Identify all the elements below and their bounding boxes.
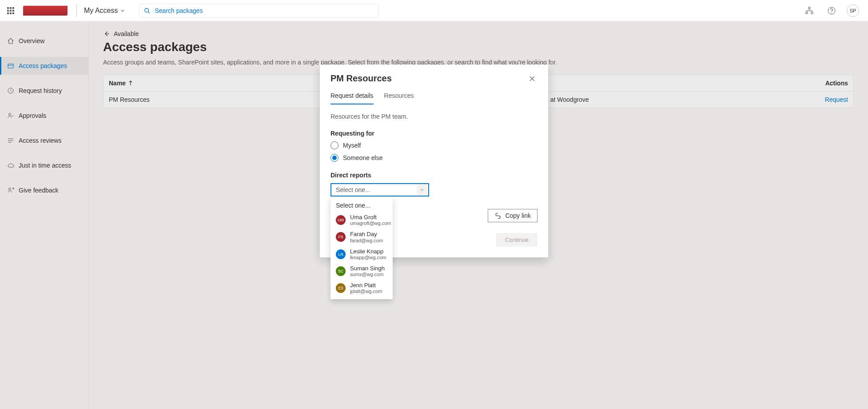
svg-line-1: [148, 12, 150, 13]
direct-reports-combobox[interactable]: Select one...: [330, 183, 429, 196]
svg-rect-2: [808, 7, 810, 9]
search-icon: [144, 8, 150, 14]
person-email: jplatt@wg.com: [350, 289, 382, 294]
person-name: Jenn Platt: [350, 282, 382, 289]
top-right-actions: SP: [802, 4, 864, 18]
app-title-label: My Access: [84, 7, 118, 15]
copy-link-label: Copy link: [505, 212, 531, 219]
dropdown-person-option[interactable]: FS Farah Day farad@wg.com: [330, 229, 393, 245]
chevron-down-icon: [417, 184, 427, 195]
divider: [76, 4, 77, 17]
top-bar: My Access SP: [0, 0, 868, 21]
svg-point-5: [828, 7, 835, 14]
combo-placeholder: Select one...: [336, 186, 370, 193]
svg-point-0: [145, 8, 149, 12]
person-email: lknapp@wg.com: [350, 255, 386, 260]
persona-coin: UM: [336, 215, 346, 225]
avatar-initials: SP: [850, 8, 856, 13]
svg-rect-4: [811, 12, 813, 14]
app-launcher-button[interactable]: [4, 4, 18, 18]
modal-title: PM Resources: [330, 73, 392, 84]
person-email: umagroft@wg.com: [350, 221, 391, 226]
persona-coin: E3: [336, 283, 346, 293]
person-email: sums@wg.com: [350, 272, 385, 277]
radio-myself[interactable]: Myself: [330, 141, 538, 149]
waffle-icon: [7, 7, 14, 14]
tab-request-details[interactable]: Request details: [330, 92, 374, 104]
help-icon: [828, 7, 836, 15]
direct-reports-dropdown: Select one... UM Uma Groft umagroft@wg.c…: [330, 196, 393, 299]
requesting-for-label: Requesting for: [330, 130, 538, 137]
persona-coin: LN: [336, 249, 346, 259]
tab-resources[interactable]: Resources: [384, 92, 414, 104]
continue-button[interactable]: Continue: [496, 233, 538, 247]
direct-reports-label: Direct reports: [330, 172, 538, 179]
radio-icon: [330, 141, 338, 149]
logo-banner: [23, 6, 68, 16]
copy-link-button[interactable]: Copy link: [488, 209, 538, 222]
link-icon: [494, 213, 502, 219]
sitemap-icon: [805, 7, 813, 15]
modal-description: Resources for the PM team.: [330, 113, 538, 120]
persona-coin: FS: [336, 232, 346, 242]
user-avatar[interactable]: SP: [847, 4, 859, 17]
radio-someone-else[interactable]: Someone else: [330, 154, 538, 162]
org-chart-button[interactable]: [802, 4, 816, 18]
modal-tabs: Request details Resources: [330, 92, 538, 105]
dropdown-person-option[interactable]: LN Leslie Knapp lknapp@wg.com: [330, 246, 393, 263]
radio-someone-label: Someone else: [343, 154, 383, 161]
dropdown-person-option[interactable]: UM Uma Groft umagroft@wg.com: [330, 212, 393, 229]
radio-icon-checked: [330, 154, 338, 162]
dropdown-person-option[interactable]: E3 Jenn Platt jplatt@wg.com: [330, 280, 393, 297]
person-name: Farah Day: [350, 231, 383, 237]
person-name: Suman Singh: [350, 265, 385, 272]
person-email: farad@wg.com: [350, 238, 383, 243]
chevron-down-icon: [120, 8, 125, 13]
app-title-dropdown[interactable]: My Access: [80, 7, 128, 15]
search-input[interactable]: [155, 7, 374, 14]
help-button[interactable]: [824, 4, 839, 18]
radio-myself-label: Myself: [343, 142, 361, 149]
dropdown-placeholder-option[interactable]: Select one...: [330, 199, 393, 212]
person-name: Leslie Knapp: [350, 249, 386, 255]
close-icon: [529, 76, 535, 82]
dropdown-person-option[interactable]: SC Suman Singh sums@wg.com: [330, 263, 393, 280]
persona-coin: SC: [336, 266, 346, 276]
person-name: Uma Groft: [350, 214, 391, 221]
svg-rect-3: [806, 12, 808, 14]
search-box[interactable]: [139, 4, 379, 18]
close-button[interactable]: [527, 73, 538, 84]
svg-point-6: [831, 12, 832, 12]
